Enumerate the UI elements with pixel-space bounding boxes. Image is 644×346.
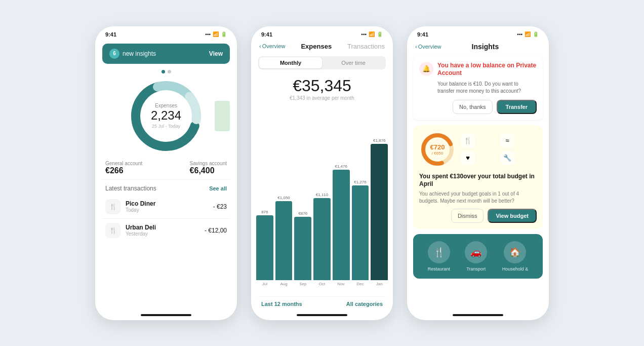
bar-col-sep: €876Sep	[294, 105, 311, 286]
phone-1-content: 6 new insights View	[95, 40, 237, 311]
wifi-icon-3: 📶	[525, 31, 531, 37]
insights-scroll: 🔔 You have a low balance on Private Acco…	[407, 54, 549, 311]
account-general[interactable]: General account €266	[105, 161, 142, 175]
bar-sep	[294, 217, 311, 280]
bar-label-aug: €1,050	[277, 196, 290, 200]
insights-back-label: Overview	[418, 44, 441, 50]
nav-back-label-2: Overview	[262, 43, 286, 49]
tx-amount-1: - €23	[213, 203, 227, 210]
budget-icon-water: ≈	[500, 134, 514, 148]
back-chevron-2: ‹	[259, 43, 261, 49]
cat-label-transport: Transport	[466, 266, 486, 272]
phone-2: 9:41 ▪▪▪ 📶 🔋 ‹ Overview Expenses Transac…	[251, 26, 393, 320]
tx-date-1: Today	[126, 207, 208, 213]
account-savings[interactable]: Savings account €6,400	[190, 161, 227, 175]
alert-body: Your balance is €10. Do you want to tran…	[419, 81, 537, 95]
status-icons-1: ▪▪▪ 📶 🔋	[205, 31, 227, 37]
bar-col-oct: €1,110Oct	[313, 105, 331, 286]
donut-date: 25 Jul - Today	[151, 124, 181, 129]
status-bar-2: 9:41 ▪▪▪ 📶 🔋	[251, 26, 393, 40]
nav-back-2[interactable]: ‹ Overview	[259, 43, 286, 49]
budget-title: You spent €130over your total budget in …	[419, 173, 537, 188]
cat-household[interactable]: 🏠 Household &	[502, 241, 529, 272]
account-savings-label: Savings account	[190, 161, 227, 166]
phones-container: 9:41 ▪▪▪ 📶 🔋 6 new insights View	[85, 16, 559, 330]
bar-month-dec: Dec	[356, 282, 364, 286]
alert-card: 🔔 You have a low balance on Private Acco…	[413, 56, 543, 120]
dismiss-button[interactable]: Dismiss	[451, 209, 484, 223]
donut-label: Expenses	[151, 103, 181, 108]
budget-icon-food: 🍴	[461, 134, 475, 148]
battery-icon-2: 🔋	[377, 31, 383, 37]
phone-3: 9:41 ▪▪▪ 📶 🔋 ‹ Overview Insights 🔔	[407, 26, 549, 320]
alert-header: 🔔 You have a low balance on Private Acco…	[419, 62, 537, 78]
bar-chart: 876Jul€1,050Aug€876Sep€1,110Oct€1,476Nov…	[251, 105, 393, 296]
signal-icon-2: ▪▪▪	[361, 31, 367, 37]
bar-month-nov: Nov	[338, 282, 345, 286]
donut-section: Expenses 2,234 25 Jul - Today	[95, 75, 237, 157]
status-bar-1: 9:41 ▪▪▪ 📶 🔋	[95, 26, 237, 40]
bar-aug	[275, 201, 293, 280]
transfer-button[interactable]: Transfer	[497, 100, 537, 114]
cat-icon-restaurant: 🍴	[428, 241, 450, 263]
nav-expenses-tab[interactable]: Expenses	[301, 43, 332, 50]
bar-label-dec: €1,276	[354, 180, 366, 184]
status-icons-3: ▪▪▪ 📶 🔋	[517, 31, 539, 37]
time-3: 9:41	[417, 31, 428, 37]
toggle-monthly[interactable]: Monthly	[259, 57, 322, 68]
categories-card: 🍴 Restaurant 🚗 Transport 🏠 Household &	[413, 234, 543, 279]
bar-col-dec: €1,276Dec	[352, 105, 369, 286]
bar-jul	[256, 215, 273, 280]
cat-restaurant[interactable]: 🍴 Restaurant	[428, 241, 450, 272]
tx-icon-1: 🍴	[105, 199, 120, 214]
tx-amount-2: - €12,00	[205, 227, 227, 234]
bar-month-jan: Jan	[376, 282, 383, 286]
budget-donut-center: €720 / €650	[430, 143, 445, 156]
last-12-months-button[interactable]: Last 12 months	[261, 301, 302, 307]
budget-donut-value: €720	[430, 143, 445, 151]
time-1: 9:41	[105, 31, 116, 37]
bar-col-jan: €1,876Jan	[371, 105, 388, 286]
budget-icons: 🍴 ≈ ♥ 🔧	[461, 134, 537, 165]
tx-info-2: Urban Deli Yesterday	[126, 224, 199, 237]
insights-label: new insights	[123, 50, 156, 57]
budget-icon-tool: 🔧	[500, 151, 514, 165]
insights-title: Insights	[472, 43, 499, 51]
insights-back[interactable]: ‹ Overview	[415, 44, 441, 50]
tx-name-1: Pico Diner	[126, 200, 208, 207]
transaction-1[interactable]: 🍴 Pico Diner Today - €23	[95, 195, 237, 218]
transaction-2[interactable]: 🍴 Urban Deli Yesterday - €12,00	[95, 219, 237, 242]
expenses-nav: ‹ Overview Expenses Transactions	[251, 40, 393, 53]
avg-month: €1,343 in average per month	[251, 95, 393, 101]
all-categories-button[interactable]: All categories	[346, 301, 383, 307]
budget-donut: €720 / €650	[419, 131, 456, 168]
phone-1: 9:41 ▪▪▪ 📶 🔋 6 new insights View	[95, 26, 237, 320]
cat-icon-transport: 🚗	[465, 241, 487, 263]
toggle-overtime[interactable]: Over time	[322, 57, 385, 68]
wifi-icon: 📶	[213, 31, 219, 37]
insights-badge: 6 new insights	[109, 49, 156, 59]
budget-subtitle: You achieved your budget goals in 1 out …	[419, 190, 537, 205]
budget-card: €720 / €650 🍴 ≈ ♥ 🔧 You spent €130over y…	[413, 125, 543, 229]
bar-label-jul: 876	[261, 210, 268, 214]
see-all-button[interactable]: See all	[209, 185, 227, 191]
view-budget-button[interactable]: View budget	[488, 209, 537, 223]
dot-1	[162, 70, 165, 73]
view-button[interactable]: View	[209, 50, 223, 57]
nav-transactions-tab[interactable]: Transactions	[347, 43, 385, 50]
cat-transport[interactable]: 🚗 Transport	[465, 241, 487, 272]
tx-info-1: Pico Diner Today	[126, 200, 208, 213]
insights-banner[interactable]: 6 new insights View	[102, 44, 230, 64]
no-thanks-button[interactable]: No, thanks	[453, 100, 493, 114]
home-indicator-3	[453, 314, 503, 316]
bar-col-nov: €1,476Nov	[333, 105, 350, 286]
bar-month-sep: Sep	[299, 282, 306, 286]
insights-nav: ‹ Overview Insights	[407, 40, 549, 54]
bar-oct	[313, 198, 331, 280]
alert-bell-icon: 🔔	[419, 62, 433, 76]
accounts-row: General account €266 Savings account €6,…	[95, 157, 237, 179]
signal-icon: ▪▪▪	[205, 31, 211, 37]
account-general-label: General account	[105, 161, 142, 166]
bar-col-aug: €1,050Aug	[275, 105, 293, 286]
account-savings-value: €6,400	[190, 166, 227, 175]
